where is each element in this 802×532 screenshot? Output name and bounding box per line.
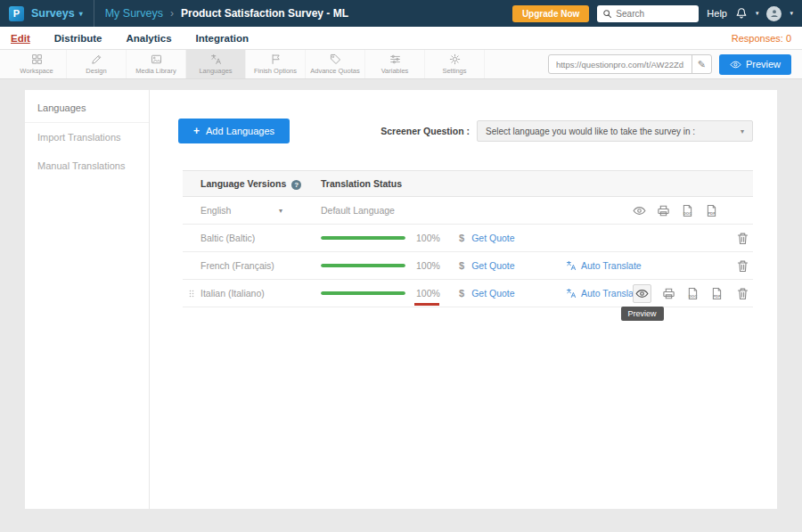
pdf-file-icon[interactable]: PDF (705, 204, 718, 217)
chevron-down-icon: ▾ (279, 207, 282, 215)
translate-icon (566, 260, 577, 271)
sidebar-item-import-translations[interactable]: Import Translations (25, 123, 149, 151)
notifications-bell-icon[interactable] (735, 7, 748, 20)
user-icon (769, 8, 780, 19)
breadcrumb-separator-icon: › (170, 7, 174, 20)
toolbar-right: ✎ Preview (548, 50, 802, 78)
get-quote-link[interactable]: Get Quote (471, 260, 514, 271)
settings-gear-icon (449, 53, 461, 65)
tab-integration[interactable]: Integration (196, 33, 249, 44)
screener-question-label: Screener Question : (381, 126, 470, 136)
topbar-right: Upgrade Now Help ▾ ▾ (512, 5, 793, 22)
translation-progress-bar (321, 236, 405, 240)
languages-panel: + Add Languages Screener Question : Sele… (150, 90, 777, 509)
preview-eye-icon[interactable] (633, 204, 646, 217)
media-library-image-icon (151, 53, 162, 65)
tab-analytics[interactable]: Analytics (126, 33, 171, 44)
languages-table: Language Versions? Translation Status En… (183, 170, 753, 307)
default-language-select[interactable]: English ▾ (200, 205, 282, 216)
survey-title: Product Satisfaction Survey - ML (181, 7, 348, 20)
doc-file-icon[interactable]: DOC (686, 287, 700, 300)
main-nav-tabs: Edit Distribute Analytics Integration Re… (0, 27, 802, 50)
get-quote-link[interactable]: Get Quote (471, 288, 514, 299)
survey-url-input[interactable] (549, 60, 692, 70)
pdf-file-icon[interactable]: PDF (710, 287, 724, 300)
progress-percent: 100% (416, 233, 440, 243)
default-language-label: Default Language (321, 205, 395, 216)
translation-progress-bar (321, 291, 405, 295)
chevron-down-icon[interactable]: ▾ (790, 10, 793, 17)
edit-toolbar: Workspace Design Media Library Languages… (0, 50, 802, 79)
screener-question-group: Screener Question : Select language you … (381, 120, 753, 142)
survey-url-box: ✎ (548, 54, 712, 74)
preview-tooltip: Preview (620, 307, 663, 321)
toolbar-item-media-library[interactable]: Media Library (127, 50, 186, 78)
toolbar-item-design[interactable]: Design (67, 50, 127, 78)
delete-trash-icon[interactable] (736, 259, 749, 273)
toolbar-item-finish-options[interactable]: Finish Options (246, 50, 306, 78)
col-translation-status: Translation Status (321, 178, 459, 189)
delete-trash-icon[interactable] (736, 287, 749, 300)
breadcrumb-my-surveys[interactable]: My Surveys (105, 7, 163, 20)
search-input[interactable] (616, 9, 693, 19)
app-window: P Surveys ▾ My Surveys › Product Satisfa… (0, 0, 802, 532)
svg-text:PDF: PDF (708, 211, 716, 216)
topbar: P Surveys ▾ My Surveys › Product Satisfa… (0, 0, 802, 27)
surveys-product-menu[interactable]: Surveys ▾ (31, 7, 83, 20)
finish-options-flag-icon (270, 53, 282, 65)
delete-trash-icon[interactable] (736, 232, 749, 245)
avatar[interactable] (766, 6, 782, 21)
preview-eye-icon[interactable]: Preview (633, 284, 651, 303)
language-name: English (200, 205, 231, 216)
panel-top: + Add Languages Screener Question : Sele… (150, 90, 777, 143)
topbar-divider (94, 0, 94, 27)
search-box[interactable] (597, 5, 699, 22)
add-languages-button[interactable]: + Add Languages (178, 119, 290, 143)
help-link[interactable]: Help (707, 8, 727, 19)
sidebar-item-manual-translations[interactable]: Manual Translations (25, 151, 149, 180)
get-quote-link[interactable]: Get Quote (471, 233, 514, 243)
auto-translate-link[interactable]: Auto Translate (581, 260, 642, 271)
plus-icon: + (193, 125, 200, 137)
content-area: Languages Import Translations Manual Tra… (0, 79, 802, 532)
edit-url-pencil-icon[interactable]: ✎ (692, 54, 711, 74)
print-icon[interactable] (662, 287, 675, 300)
toolbar-item-settings[interactable]: Settings (425, 50, 485, 78)
workspace-grid-icon (31, 53, 43, 65)
language-name: French (Français) (200, 260, 274, 271)
toolbar-item-workspace[interactable]: Workspace (7, 50, 67, 78)
help-circle-icon[interactable]: ? (291, 180, 301, 190)
language-name: Italian (Italiano) (200, 288, 265, 299)
toolbar-item-languages[interactable]: Languages (186, 50, 246, 78)
dollar-icon: $ (459, 260, 464, 271)
col-language-versions: Language Versions (200, 178, 286, 189)
svg-text:DOC: DOC (683, 211, 692, 216)
tab-edit[interactable]: Edit (11, 33, 30, 44)
progress-percent: 100% (416, 260, 440, 271)
translate-icon (566, 288, 577, 299)
toolbar-item-variables[interactable]: Variables (365, 50, 425, 78)
progress-percent: 100% (416, 288, 440, 299)
language-name: Baltic (Baltic) (200, 233, 255, 243)
table-row-english: English ▾ Default Language DOC PDF (183, 197, 753, 225)
doc-file-icon[interactable]: DOC (681, 204, 694, 217)
dollar-icon: $ (459, 233, 464, 243)
print-icon[interactable] (657, 204, 670, 217)
chevron-down-icon: ▾ (741, 127, 744, 135)
sidebar-item-languages[interactable]: Languages (25, 94, 149, 123)
toolbar-item-advance-quotas[interactable]: Advance Quotas (306, 50, 365, 78)
upgrade-now-button[interactable]: Upgrade Now (512, 5, 589, 22)
svg-text:PDF: PDF (713, 294, 721, 299)
responses-count[interactable]: Responses: 0 (732, 33, 791, 44)
svg-text:DOC: DOC (689, 294, 698, 299)
tab-distribute[interactable]: Distribute (54, 33, 102, 44)
languages-translate-icon (210, 53, 222, 65)
questionpro-logo[interactable]: P (9, 6, 24, 21)
table-header: Language Versions? Translation Status (183, 170, 753, 197)
chevron-down-icon[interactable]: ▾ (756, 10, 759, 17)
advance-quotas-tag-icon (330, 53, 341, 65)
screener-question-select[interactable]: Select language you would like to take t… (477, 120, 753, 142)
drag-handle[interactable] (187, 288, 196, 301)
preview-button[interactable]: Preview (719, 54, 791, 75)
surveys-label: Surveys (31, 7, 75, 20)
